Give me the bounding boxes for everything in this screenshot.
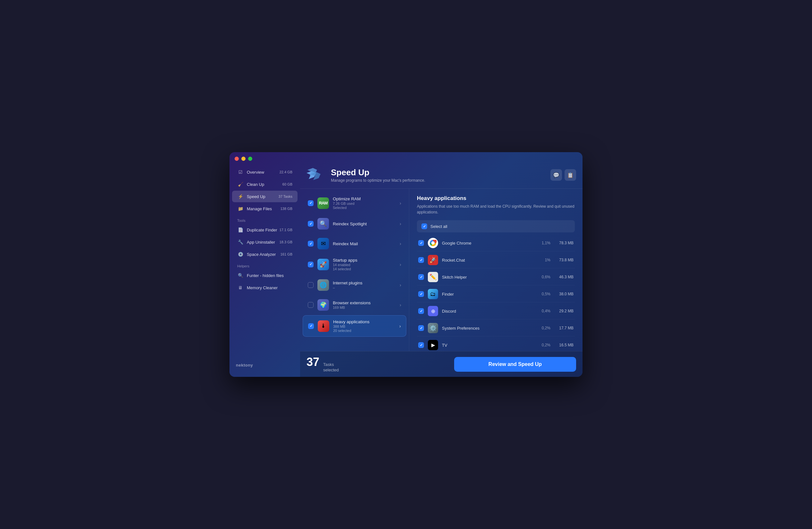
detail-title: Heavy applications [417, 195, 575, 202]
funter-icon: 🔍 [237, 272, 244, 278]
app-icon-rocket: 🚀 [428, 255, 438, 265]
sidebar-item-space[interactable]: 💿 Space Analyzer 161 GB [232, 248, 298, 260]
task-arrow-reindex-mail: › [400, 241, 401, 246]
task-arrow-optimize-ram: › [400, 201, 401, 206]
maximize-button[interactable] [248, 157, 252, 161]
app-name-finder: Finder [442, 292, 534, 297]
sidebar-item-memory[interactable]: 🖥 Memory Cleaner [232, 282, 298, 294]
app-ram-rocket: 73.8 MB [554, 258, 574, 262]
memory-icon: 🖥 [237, 284, 244, 291]
app-name-skitch: Skitch Helper [442, 275, 534, 280]
task-selected-optimize-ram: Selected [333, 206, 396, 210]
task-item-startup-apps[interactable]: ✓ 🚀 Startup apps 14 enabled 14 selected … [303, 254, 406, 275]
tasks-list: ✓ RAM Optimize RAM 7.26 GB used Selected [300, 189, 409, 351]
app-ram-discord: 29.2 MB [554, 309, 574, 313]
app-checkbox-chrome[interactable]: ✓ [418, 240, 424, 246]
tasks-number: 37 [306, 355, 319, 369]
sidebar-item-duplicate[interactable]: 📄 Duplicate Finder 17.1 GB [232, 224, 298, 235]
app-ram-finder: 38.0 MB [554, 292, 574, 296]
select-all-checkbox[interactable]: ✓ [421, 224, 427, 229]
app-ram-syspref: 17.7 MB [554, 326, 574, 330]
task-icon-reindex-spotlight: 🔍 [317, 218, 329, 229]
main-content: ☑ Overview 22.4 GB 🧹 Clean Up 60 GB ⚡ Sp… [230, 161, 582, 377]
app-name-tv: TV [442, 343, 534, 348]
sidebar-item-speedup[interactable]: ⚡ Speed Up 37 Tasks [232, 191, 298, 202]
task-checkbox-browser-extensions[interactable] [308, 302, 314, 308]
app-item-rocket: ✓ 🚀 Rocket.Chat 1% 73.8 MB [417, 252, 575, 268]
minimize-button[interactable] [241, 157, 246, 161]
app-checkbox-rocket[interactable]: ✓ [418, 257, 424, 263]
app-ram-skitch: 46.3 MB [554, 275, 574, 279]
bottom-bar: 37 Tasks selected Review and Speed Up [300, 351, 582, 377]
task-item-optimize-ram[interactable]: ✓ RAM Optimize RAM 7.26 GB used Selected [303, 192, 406, 213]
task-checkbox-reindex-spotlight[interactable]: ✓ [308, 221, 314, 227]
app-icon-finder: 🗂 [428, 289, 438, 299]
task-checkbox-internet-plugins[interactable] [308, 282, 314, 288]
task-item-browser-extensions[interactable]: 🌍 Browser extensions 169 MB › [303, 295, 406, 315]
sidebar: ☑ Overview 22.4 GB 🧹 Clean Up 60 GB ⚡ Sp… [230, 161, 300, 377]
feedback-button[interactable]: 💬 [550, 169, 562, 181]
task-arrow-startup-apps: › [400, 262, 401, 267]
select-all-label: Select all [430, 224, 447, 229]
app-name-discord: Discord [442, 309, 534, 314]
task-icon-browser-extensions: 🌍 [317, 299, 329, 311]
task-meta-optimize-ram: 7.26 GB used [333, 202, 396, 205]
task-item-reindex-mail[interactable]: ✓ ✉ Reindex Mail › [303, 234, 406, 253]
sidebar-item-managefiles[interactable]: 📁 Manage Files 138 GB [232, 203, 298, 214]
sidebar-item-uninstaller[interactable]: 🔧 App Uninstaller 18.3 GB [232, 236, 298, 248]
app-checkbox-finder[interactable]: ✓ [418, 291, 424, 297]
task-checkbox-startup-apps[interactable]: ✓ [308, 262, 314, 267]
task-item-reindex-spotlight[interactable]: ✓ 🔍 Reindex Spotlight › [303, 214, 406, 233]
task-icon-optimize-ram: RAM [317, 197, 329, 209]
task-meta-internet-plugins: – [333, 286, 396, 289]
sidebar-item-cleanup[interactable]: 🧹 Clean Up 60 GB [232, 178, 298, 190]
task-checkbox-optimize-ram[interactable]: ✓ [308, 200, 314, 206]
app-item-discord: ✓ ⊕ Discord 0,4% 29.2 MB [417, 303, 575, 319]
app-item-syspref: ✓ ⚙️ System Preferences 0,2% 17.7 MB [417, 320, 575, 337]
main-window: ☑ Overview 22.4 GB 🧹 Clean Up 60 GB ⚡ Sp… [230, 152, 582, 377]
review-speed-up-button[interactable]: Review and Speed Up [454, 357, 576, 372]
sidebar-item-overview[interactable]: ☑ Overview 22.4 GB [232, 166, 298, 178]
app-checkbox-tv[interactable]: ✓ [418, 342, 424, 348]
task-name-reindex-spotlight: Reindex Spotlight [333, 221, 396, 226]
app-ram-chrome: 78.3 MB [554, 241, 574, 245]
sidebar-label-overview: Overview [247, 170, 264, 175]
task-arrow-internet-plugins: › [400, 283, 401, 288]
task-name-optimize-ram: Optimize RAM [333, 197, 396, 201]
uninstaller-icon: 🔧 [237, 239, 244, 245]
sidebar-label-speedup: Speed Up [247, 194, 265, 199]
svg-point-5 [431, 241, 435, 245]
app-checkbox-skitch[interactable]: ✓ [418, 274, 424, 280]
sidebar-label-cleanup: Clean Up [247, 182, 264, 187]
app-cpu-discord: 0,4% [538, 309, 550, 313]
task-selected-startup-apps: 14 selected [333, 267, 396, 271]
task-checkbox-reindex-mail[interactable]: ✓ [308, 241, 314, 246]
task-icon-startup-apps: 🚀 [317, 259, 329, 270]
task-meta-startup-apps: 14 enabled [333, 263, 396, 267]
app-item-finder: ✓ 🗂 Finder 0,5% 38.0 MB [417, 286, 575, 302]
sidebar-label-duplicate: Duplicate Finder [247, 228, 277, 232]
managefiles-icon: 📁 [237, 205, 244, 212]
select-all-row[interactable]: ✓ Select all [417, 220, 575, 232]
app-cpu-tv: 0,2% [538, 343, 550, 347]
app-item-skitch: ✓ ✏️ Skitch Helper 0,6% 46.3 MB [417, 269, 575, 285]
task-item-heavy-applications[interactable]: ✓ 🌡 Heavy applications 388 MB 20 selecte… [303, 315, 406, 337]
task-item-internet-plugins[interactable]: 🌐 Internet plugins – › [303, 275, 406, 295]
speedup-icon: ⚡ [237, 193, 244, 200]
app-list: ✓ [417, 235, 575, 351]
app-checkbox-discord[interactable]: ✓ [418, 308, 424, 314]
app-cpu-chrome: 1,1% [538, 241, 550, 245]
close-button[interactable] [235, 157, 239, 161]
app-checkbox-syspref[interactable]: ✓ [418, 325, 424, 331]
app-name-chrome: Google Chrome [442, 241, 534, 246]
content-area: Speed Up Manage programs to optimize you… [300, 161, 582, 377]
task-checkbox-heavy-applications[interactable]: ✓ [308, 323, 314, 329]
sidebar-item-funter[interactable]: 🔍 Funter - hidden files [232, 270, 298, 281]
content-header: Speed Up Manage programs to optimize you… [300, 161, 582, 189]
task-name-heavy-applications: Heavy applications [333, 319, 395, 324]
page-title: Speed Up [331, 168, 425, 177]
sidebar-badge-speedup: 37 Tasks [279, 195, 292, 198]
task-meta-heavy-applications: 388 MB [333, 325, 395, 328]
task-name-startup-apps: Startup apps [333, 258, 396, 262]
clipboard-button[interactable]: 📋 [565, 169, 576, 181]
